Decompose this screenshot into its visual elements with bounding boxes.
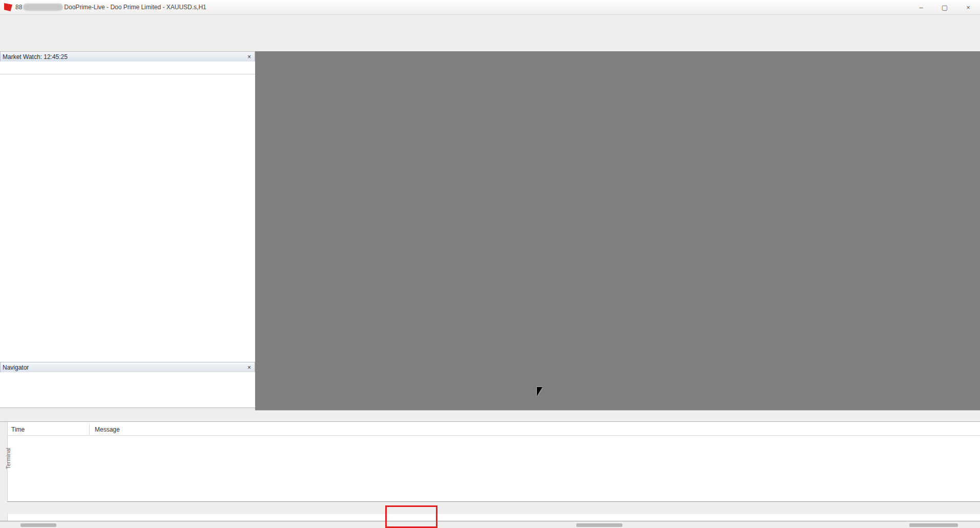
market-watch-panel: Market Watch: 12:45:25 × [0, 51, 256, 413]
menu-bar [0, 14, 980, 25]
drawing-timeframe-toolbar [0, 39, 980, 52]
close-button[interactable]: × [956, 1, 980, 14]
market-watch-header[interactable]: Market Watch: 12:45:25 × [0, 51, 255, 63]
redacted-account-number [23, 4, 63, 11]
title-bar[interactable]: 88DooPrime-Live - Doo Prime Limited - XA… [0, 0, 980, 15]
terminal-panel: Terminal Time Message [0, 421, 980, 521]
status-bar [0, 521, 980, 528]
terminal-side-label: Terminal [5, 438, 11, 469]
chart-workspace [255, 51, 980, 410]
journal-time-column-header[interactable]: Time [7, 424, 90, 435]
navigator-title: Navigator [3, 364, 29, 371]
navigator-tree [0, 372, 255, 408]
navigator-tabs [0, 408, 255, 421]
chart-tab-bar [255, 410, 980, 422]
market-watch-close-icon[interactable]: × [246, 53, 253, 60]
maximize-button[interactable]: ▢ [933, 1, 956, 14]
window-title: 88DooPrime-Live - Doo Prime Limited - XA… [15, 4, 206, 11]
market-watch-title: Market Watch: 12:45:25 [3, 53, 68, 60]
journal-column-headers[interactable]: Time Message [7, 424, 980, 436]
terminal-side-strip[interactable]: Terminal [0, 422, 8, 521]
terminal-tab-bar [7, 501, 980, 514]
app-icon [4, 3, 12, 11]
minimize-button[interactable]: – [909, 1, 933, 14]
mouse-cursor [537, 387, 543, 396]
market-watch-column-headers[interactable] [0, 62, 255, 74]
navigator-header[interactable]: Navigator × [0, 362, 255, 373]
mt4-application-window: 88DooPrime-Live - Doo Prime Limited - XA… [0, 0, 980, 528]
journal-message-column-header[interactable]: Message [90, 426, 120, 433]
market-watch-table [0, 62, 255, 400]
standard-toolbar [0, 25, 980, 39]
navigator-close-icon[interactable]: × [246, 364, 253, 371]
navigator-panel: Navigator × [0, 362, 256, 421]
